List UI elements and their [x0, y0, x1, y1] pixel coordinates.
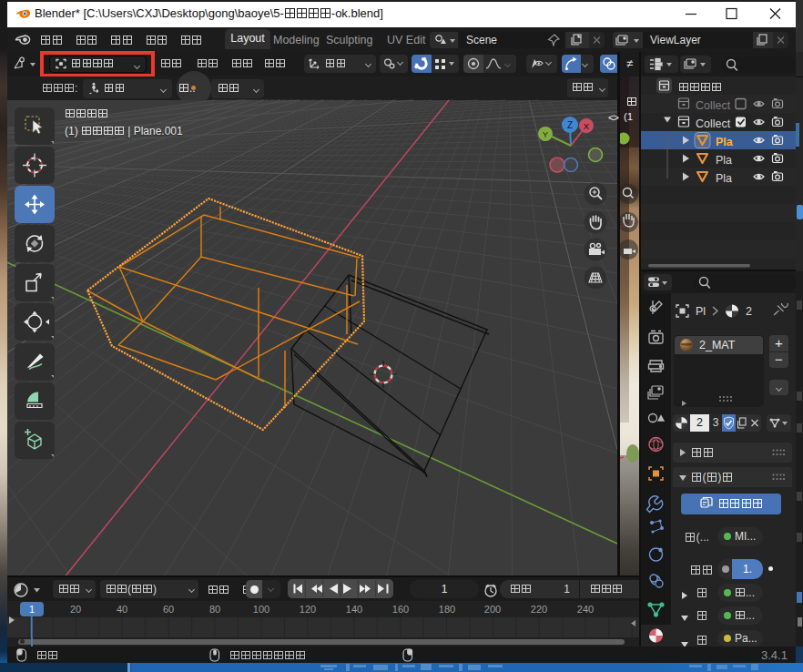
svg-text:X: X — [584, 121, 590, 131]
svg-text:Z: Z — [567, 120, 573, 130]
svg-text:1: 1 — [29, 604, 35, 615]
svg-text:2: 2 — [746, 305, 752, 318]
svg-text:Y: Y — [543, 129, 549, 139]
svg-text:140: 140 — [346, 604, 362, 615]
svg-text:240: 240 — [577, 604, 594, 615]
svg-text:200: 200 — [484, 604, 501, 615]
svg-text:180: 180 — [439, 604, 455, 615]
svg-text:160: 160 — [392, 604, 409, 615]
svg-text:220: 220 — [531, 604, 547, 615]
svg-text:20: 20 — [70, 604, 81, 615]
svg-text:100: 100 — [253, 604, 269, 615]
svg-text:60: 60 — [163, 604, 174, 615]
svg-text:Pl: Pl — [696, 305, 706, 318]
svg-text:80: 80 — [209, 604, 220, 615]
svg-text:40: 40 — [117, 604, 127, 615]
svg-text:120: 120 — [300, 604, 316, 615]
